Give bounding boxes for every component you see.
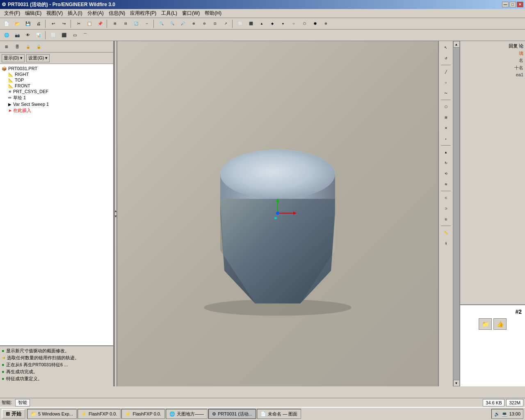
rt-datum-button[interactable]: ⊞ xyxy=(440,112,452,122)
panel-thumb1[interactable]: 📁 xyxy=(479,318,492,330)
tb-btn19[interactable]: ⬢ xyxy=(310,19,320,28)
tb-btn6[interactable]: 🔍 xyxy=(167,19,177,28)
rt-rotate-button[interactable]: ↺ xyxy=(440,53,452,63)
tb-btn1[interactable]: ⊞ xyxy=(110,19,120,28)
message-bullet-3: ● xyxy=(2,369,5,374)
collapse-handle[interactable]: ▲ ▼ xyxy=(114,41,117,386)
taskbar-item-2[interactable]: ⚡FlashFXP 0.0. xyxy=(121,409,165,419)
rt-axis-button[interactable]: ✕ xyxy=(440,123,452,133)
display1-button[interactable]: 👁 xyxy=(23,31,33,40)
tb-btn9[interactable]: ⊖ xyxy=(199,19,209,28)
tree-item-4[interactable]: ✏草绘 1 xyxy=(7,94,113,101)
menu-item-w[interactable]: 窗口(W) xyxy=(180,9,202,18)
tb-btn7[interactable]: 🔎 xyxy=(178,19,188,28)
viewport[interactable] xyxy=(117,41,438,386)
rt-extrude-button[interactable]: ▲ xyxy=(440,147,452,157)
menu-item-p[interactable]: 应用程序(P) xyxy=(128,9,159,18)
rt-select-button[interactable]: ↖ xyxy=(440,43,452,52)
taskbar-item-5[interactable]: 📄未命名 — 图面 xyxy=(257,409,301,419)
tb-btn4[interactable]: ↔ xyxy=(142,19,152,28)
rt-sweep-button[interactable]: ⟲ xyxy=(440,169,452,178)
save-button[interactable]: 💾 xyxy=(23,19,33,28)
tree-root[interactable]: 📦 PRT0031.PRT xyxy=(0,66,113,71)
message-1: ➜选取任何数量的链用作扫描的轨迹。 xyxy=(2,355,112,361)
open-button[interactable]: 📂 xyxy=(12,19,22,28)
rt-copy-button[interactable]: ⊆ xyxy=(440,214,452,224)
menu-item-a[interactable]: 分析(A) xyxy=(85,9,106,18)
tb-btn5[interactable]: 🔍 xyxy=(157,19,167,28)
rt-line-button[interactable]: ╱ xyxy=(440,67,452,77)
taskbar-item-1[interactable]: ⚡FlashFXP 0.0. xyxy=(78,409,121,419)
paste-button[interactable]: 📌 xyxy=(95,19,105,28)
rt-circle-button[interactable]: ○ xyxy=(440,78,452,87)
display2-button[interactable]: 📊 xyxy=(34,31,43,40)
tree-expand-button[interactable]: ⊞ xyxy=(2,42,11,51)
tb-btn15[interactable]: ◆ xyxy=(267,19,277,28)
taskbar-item-4[interactable]: ⚙PRT0031 (活动... xyxy=(208,409,256,419)
tb-btn13[interactable]: ⬛ xyxy=(246,19,256,28)
menu-item-v[interactable]: 视图(V) xyxy=(44,9,65,18)
menu-item-i[interactable]: 插入(I) xyxy=(65,9,84,18)
scroll-down-button[interactable]: ▼ xyxy=(453,380,460,386)
tree-icon3-button[interactable]: 🔒 xyxy=(23,42,33,51)
start-button[interactable]: ⊞ 开始 xyxy=(2,409,25,419)
tree-item-0[interactable]: 📐RIGHT xyxy=(7,71,113,77)
sketch2-button[interactable]: ⬛ xyxy=(59,31,69,40)
tb-btn10[interactable]: ⊡ xyxy=(210,19,220,28)
menu-item-f[interactable]: 文件(F) xyxy=(2,9,23,18)
menu-item-h[interactable]: 帮助(H) xyxy=(202,9,224,18)
tree-item-1[interactable]: 📐TOP xyxy=(7,77,113,83)
rt-point-button[interactable]: • xyxy=(440,134,452,144)
show-dropdown[interactable]: 显示(D) ▾ xyxy=(2,54,25,62)
sketch3-button[interactable]: ▭ xyxy=(70,31,80,40)
tb-btn16[interactable]: ● xyxy=(278,19,288,28)
cut-button[interactable]: ✂ xyxy=(74,19,84,28)
tb-btn3[interactable]: 🔄 xyxy=(131,19,141,28)
sketch1-button[interactable]: ⬜ xyxy=(48,31,58,40)
panel-thumb2[interactable]: 👍 xyxy=(493,318,507,330)
rt-info-button[interactable]: ℹ xyxy=(440,238,452,248)
scroll-track[interactable] xyxy=(453,48,460,380)
tree-item-2[interactable]: 📐FRONT xyxy=(7,83,113,89)
rt-measure-button[interactable]: 📏 xyxy=(440,228,452,237)
tree-icon4-button[interactable]: 🔓 xyxy=(34,42,43,51)
tree-item-6[interactable]: ➤在此插入 xyxy=(7,107,113,114)
tree-item-5[interactable]: ▶Var Sect Sweep 1 xyxy=(7,101,113,107)
taskbar-item-3[interactable]: 🌐天图地方—— xyxy=(166,409,208,419)
settings-dropdown[interactable]: 设置(G) ▾ xyxy=(26,54,50,62)
rt-surface-button[interactable]: ⬡ xyxy=(440,102,452,112)
menu-item-l[interactable]: 工具(L) xyxy=(159,9,180,18)
undo-button[interactable]: ↩ xyxy=(48,19,58,28)
rt-blend-button[interactable]: ≋ xyxy=(440,179,452,189)
tb-btn18[interactable]: ⬡ xyxy=(299,19,309,28)
maximize-button[interactable]: □ xyxy=(509,2,516,7)
rt-mirror-button[interactable]: ⊃ xyxy=(440,203,452,213)
new-button[interactable]: 📄 xyxy=(2,19,11,28)
tb-btn14[interactable]: ▲ xyxy=(257,19,267,28)
tree-item-3[interactable]: ✳PRT_CSYS_DEF xyxy=(7,89,113,94)
tb-btn17[interactable]: ○ xyxy=(289,19,299,28)
copy-button[interactable]: 📋 xyxy=(84,19,94,28)
taskbar-item-0[interactable]: 📁5 Windows Exp... xyxy=(27,409,77,419)
globe-button[interactable]: 🌐 xyxy=(2,31,11,40)
menu-item-n[interactable]: 信息(N) xyxy=(106,9,128,18)
menu-item-e[interactable]: 编辑(E) xyxy=(23,9,44,18)
tb-btn11[interactable]: ↗ xyxy=(221,19,231,28)
redo-button[interactable]: ↪ xyxy=(59,19,69,28)
menubar: 文件(F)编辑(E)视图(V)插入(I)分析(A)信息(N)应用程序(P)工具(… xyxy=(0,9,525,18)
sep3 xyxy=(107,20,108,28)
rt-revolve-button[interactable]: ↻ xyxy=(440,158,452,168)
tb-btn12[interactable]: ⬜ xyxy=(235,19,245,28)
print-button[interactable]: 🖨 xyxy=(34,19,43,28)
close-button[interactable]: ✕ xyxy=(517,2,523,7)
sketch4-button[interactable]: ⌒ xyxy=(80,31,90,40)
scroll-up-button[interactable]: ▲ xyxy=(453,41,460,48)
tb-btn20[interactable]: ⊕ xyxy=(321,19,331,28)
rt-trim-button[interactable]: ⊂ xyxy=(440,193,452,203)
tb-btn8[interactable]: ⊕ xyxy=(189,19,199,28)
tree-icon2-button[interactable]: 🗄 xyxy=(12,42,22,51)
rt-curve-button[interactable]: 〜 xyxy=(440,88,452,98)
tb-btn2[interactable]: ⊟ xyxy=(121,19,130,28)
camera-button[interactable]: 📷 xyxy=(12,31,22,40)
minimize-button[interactable]: — xyxy=(502,2,509,7)
